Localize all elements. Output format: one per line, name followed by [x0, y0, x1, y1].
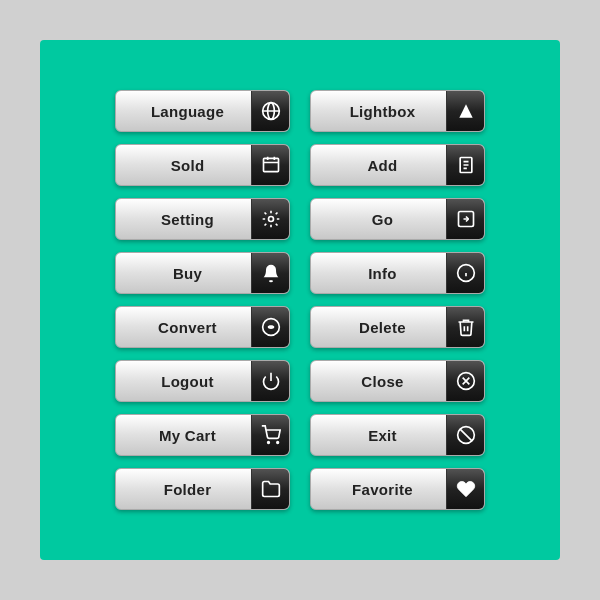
buy-icon	[251, 252, 289, 294]
sold-label: Sold	[116, 157, 251, 174]
setting-icon	[251, 198, 289, 240]
exit-icon	[446, 414, 484, 456]
logout-label: Logout	[116, 373, 251, 390]
svg-marker-3	[459, 104, 472, 117]
info-icon	[446, 252, 484, 294]
button-grid: LanguageLightboxSoldAddSettingGoBuyInfoC…	[115, 90, 485, 510]
logout-icon	[251, 360, 289, 402]
main-panel: LanguageLightboxSoldAddSettingGoBuyInfoC…	[40, 40, 560, 560]
lightbox-icon	[446, 90, 484, 132]
convert-label: Convert	[116, 319, 251, 336]
setting-button[interactable]: Setting	[115, 198, 290, 240]
buy-button[interactable]: Buy	[115, 252, 290, 294]
svg-rect-4	[263, 158, 278, 171]
svg-point-23	[267, 442, 269, 444]
go-icon	[446, 198, 484, 240]
exit-label: Exit	[311, 427, 446, 444]
sold-button[interactable]: Sold	[115, 144, 290, 186]
folder-button[interactable]: Folder	[115, 468, 290, 510]
setting-label: Setting	[116, 211, 251, 228]
mycart-label: My Cart	[116, 427, 251, 444]
add-label: Add	[311, 157, 446, 174]
close-button[interactable]: Close	[310, 360, 485, 402]
svg-point-24	[276, 442, 278, 444]
buy-label: Buy	[116, 265, 251, 282]
add-icon	[446, 144, 484, 186]
convert-button[interactable]: Convert	[115, 306, 290, 348]
mycart-button[interactable]: My Cart	[115, 414, 290, 456]
close-label: Close	[311, 373, 446, 390]
delete-button[interactable]: Delete	[310, 306, 485, 348]
folder-label: Folder	[116, 481, 251, 498]
add-button[interactable]: Add	[310, 144, 485, 186]
convert-icon	[251, 306, 289, 348]
svg-point-12	[268, 217, 273, 222]
favorite-icon	[446, 468, 484, 510]
lightbox-button[interactable]: Lightbox	[310, 90, 485, 132]
language-button[interactable]: Language	[115, 90, 290, 132]
favorite-label: Favorite	[311, 481, 446, 498]
favorite-button[interactable]: Favorite	[310, 468, 485, 510]
close-icon	[446, 360, 484, 402]
go-label: Go	[311, 211, 446, 228]
logout-button[interactable]: Logout	[115, 360, 290, 402]
info-label: Info	[311, 265, 446, 282]
language-icon	[251, 90, 289, 132]
folder-icon	[251, 468, 289, 510]
go-button[interactable]: Go	[310, 198, 485, 240]
language-label: Language	[116, 103, 251, 120]
info-button[interactable]: Info	[310, 252, 485, 294]
mycart-icon	[251, 414, 289, 456]
delete-icon	[446, 306, 484, 348]
lightbox-label: Lightbox	[311, 103, 446, 120]
sold-icon	[251, 144, 289, 186]
svg-line-26	[460, 429, 472, 441]
exit-button[interactable]: Exit	[310, 414, 485, 456]
delete-label: Delete	[311, 319, 446, 336]
